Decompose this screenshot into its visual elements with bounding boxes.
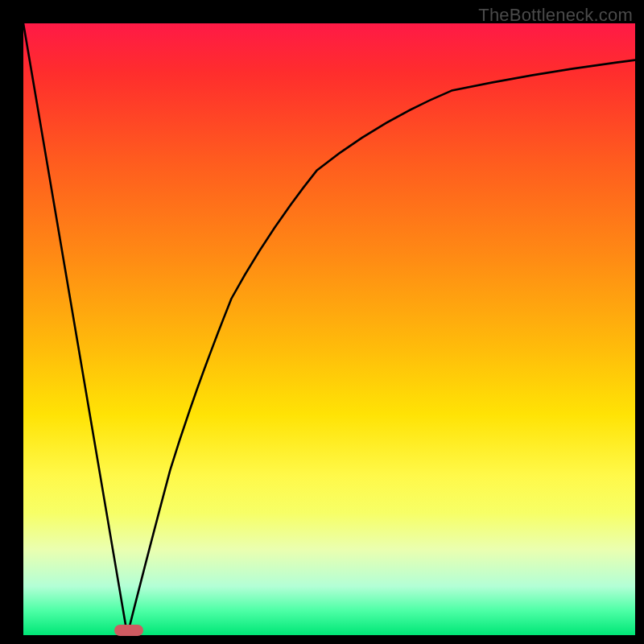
chart-frame: TheBottleneck.com bbox=[0, 0, 644, 644]
plot-area bbox=[23, 23, 635, 635]
watermark-text: TheBottleneck.com bbox=[478, 5, 633, 26]
curve-right-segment bbox=[127, 60, 635, 635]
curve-left-segment bbox=[23, 23, 127, 635]
bottleneck-curve bbox=[23, 23, 635, 635]
optimal-marker bbox=[114, 625, 143, 636]
